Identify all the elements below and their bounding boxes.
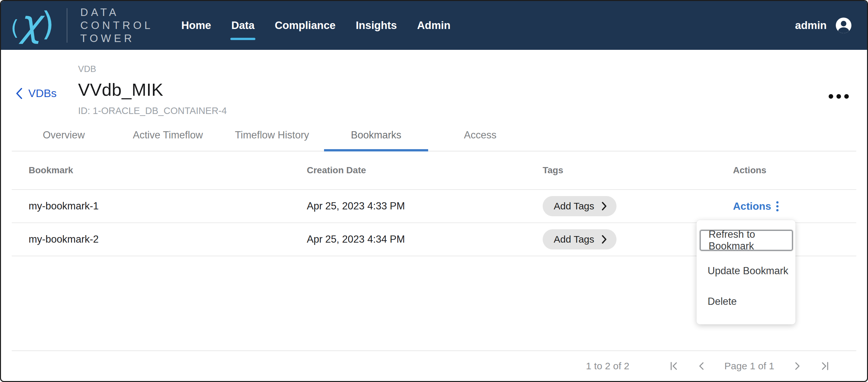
prev-page-icon[interactable] [696,361,707,371]
brand-line-tower: TOWER [80,32,153,45]
username-label: admin [795,19,827,32]
back-to-vdbs-link[interactable]: VDBs [15,87,64,100]
column-header-bookmark: Bookmark [29,165,307,176]
back-link-label: VDBs [28,87,57,100]
top-navbar: ( χ ) DATA CONTROL TOWER Home Data Compl… [1,1,867,50]
logo-paren-right: ) [42,8,54,40]
chevron-right-icon [601,235,607,244]
nav-link-insights[interactable]: Insights [355,19,397,32]
add-tags-label: Add Tags [554,234,594,245]
pagination-controls: Page 1 of 1 [669,360,830,372]
menu-item-delete[interactable]: Delete [696,291,796,312]
row-actions-button[interactable]: Actions [733,200,778,212]
brand-wordmark: DATA CONTROL TOWER [80,6,153,45]
tab-timeflow-history[interactable]: Timeflow History [220,124,324,151]
add-tags-button[interactable]: Add Tags [542,196,617,216]
column-header-creation-date: Creation Date [307,165,542,176]
row-range-label: 1 to 2 of 2 [586,360,629,372]
user-avatar-icon[interactable] [836,18,851,33]
tab-active-timeflow[interactable]: Active Timeflow [116,124,220,151]
tab-access[interactable]: Access [428,124,532,151]
nav-link-admin[interactable]: Admin [417,19,451,32]
bookmark-name-cell: my-bookmark-2 [29,234,307,245]
kebab-dot [829,94,833,99]
tabs: Overview Active Timeflow Timeflow Histor… [12,124,856,151]
page-header: VDBs VDB VVdb_MIK ID: 1-ORACLE_DB_CONTAI… [1,50,867,116]
logo-divider [67,8,67,43]
actions-label: Actions [733,200,771,212]
actions-dropdown-menu: Refresh to Bookmark Update Bookmark Dele… [696,220,796,324]
entity-type-label: VDB [78,64,227,74]
table-row: my-bookmark-1 Apr 25, 2023 4:33 PM Add T… [12,190,856,223]
brand-line-control: CONTROL [80,19,153,32]
header-overflow-menu-icon[interactable] [829,94,849,99]
next-page-icon[interactable] [792,361,802,371]
creation-date-cell: Apr 25, 2023 4:34 PM [307,234,542,245]
nav-link-data[interactable]: Data [231,19,255,32]
kebab-vertical-icon [776,201,778,211]
chevron-right-icon [601,202,607,211]
last-page-icon[interactable] [820,361,830,371]
nav-link-home[interactable]: Home [181,19,211,32]
table-footer: 1 to 2 of 2 Page 1 of 1 [12,350,856,381]
navbar-right: admin [795,18,867,33]
column-header-tags: Tags [542,165,733,176]
app-window: ( χ ) DATA CONTROL TOWER Home Data Compl… [0,0,868,382]
nav-link-compliance[interactable]: Compliance [275,19,335,32]
page-title: VVdb_MIK [78,80,227,100]
bookmark-name-cell: my-bookmark-1 [29,200,307,212]
table-header-row: Bookmark Creation Date Tags Actions [12,151,856,190]
delphix-logo-icon[interactable]: ( χ ) [11,7,54,44]
menu-item-update-bookmark[interactable]: Update Bookmark [696,261,796,282]
logo-paren-left: ( [11,18,19,38]
primary-nav: Home Data Compliance Insights Admin [181,19,450,32]
entity-heading: VDB VVdb_MIK ID: 1-ORACLE_DB_CONTAINER-4 [78,62,227,116]
add-tags-button[interactable]: Add Tags [542,229,617,249]
chevron-left-icon [15,88,23,99]
menu-item-refresh-to-bookmark[interactable]: Refresh to Bookmark [700,230,793,251]
column-header-actions: Actions [733,165,856,176]
entity-id-label: ID: 1-ORACLE_DB_CONTAINER-4 [78,106,227,116]
logo-chi-glyph: χ [20,5,41,42]
add-tags-label: Add Tags [554,201,594,212]
creation-date-cell: Apr 25, 2023 4:33 PM [307,200,542,212]
tabs-bar: Overview Active Timeflow Timeflow Histor… [12,124,856,151]
first-page-icon[interactable] [669,361,679,371]
kebab-dot [836,94,841,99]
tab-overview[interactable]: Overview [12,124,116,151]
tab-bookmarks[interactable]: Bookmarks [324,124,428,151]
page-number-label: Page 1 of 1 [724,360,774,372]
brand-line-data: DATA [80,6,153,19]
kebab-dot [844,94,849,99]
